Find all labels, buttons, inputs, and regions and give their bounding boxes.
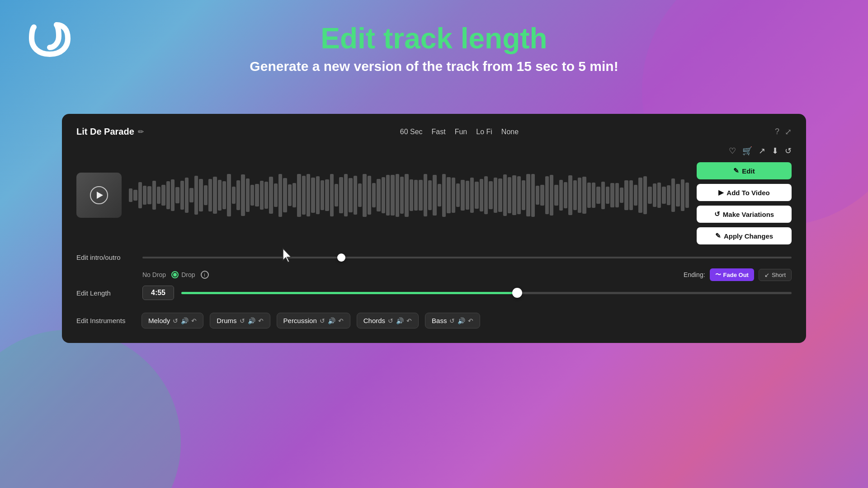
waveform-bar	[424, 174, 427, 217]
waveform-bar	[368, 176, 371, 215]
waveform-bar	[442, 174, 446, 217]
track-tags: 60 Sec Fast Fun Lo Fi None	[400, 128, 519, 136]
waveform-bar	[185, 178, 189, 212]
apply-changes-label: Apply Changes	[724, 232, 773, 240]
play-button[interactable]	[90, 186, 108, 204]
bg-decoration-bottom-left	[0, 330, 181, 488]
waveform-bar	[246, 178, 250, 212]
waveform-bar	[292, 183, 296, 207]
drums-label: Drums	[217, 317, 236, 324]
waveform-bar	[204, 185, 208, 205]
ending-area: Ending: 〜 Fade Out ↙ Short	[684, 268, 792, 281]
tag-duration: 60 Sec	[400, 128, 423, 136]
bass-volume-icon[interactable]: 🔊	[458, 317, 465, 324]
melody-refresh-icon[interactable]: ↺	[173, 317, 178, 324]
length-slider-thumb[interactable]	[512, 288, 522, 298]
ending-label: Ending:	[684, 271, 705, 278]
waveform-bar	[508, 177, 511, 213]
edit-name-icon[interactable]: ✏	[138, 127, 144, 136]
tag-mood: Fun	[455, 128, 467, 136]
melody-volume-icon[interactable]: 🔊	[181, 317, 189, 324]
drums-refresh-icon[interactable]: ↺	[240, 317, 245, 324]
drums-reset-icon[interactable]: ↶	[258, 317, 264, 324]
waveform-bar	[592, 183, 595, 208]
waveform-bar	[433, 175, 436, 216]
intro-slider-thumb[interactable]	[337, 253, 345, 262]
waveform-bar	[419, 180, 422, 210]
chords-refresh-icon[interactable]: ↺	[388, 317, 393, 324]
drums-volume-icon[interactable]: 🔊	[248, 317, 255, 324]
chords-reset-icon[interactable]: ↶	[406, 317, 412, 324]
waveform-bar	[297, 174, 301, 217]
waveform-bar	[550, 175, 553, 215]
instrument-bass: Bass ↺ 🔊 ↶	[425, 313, 480, 328]
waveform-bar	[175, 187, 179, 204]
chords-volume-icon[interactable]: 🔊	[396, 317, 404, 324]
waveform-bar	[629, 180, 633, 211]
waveform-bar	[428, 180, 432, 210]
waveform-bar	[573, 180, 577, 210]
edit-button[interactable]: ✎ Edit	[697, 162, 792, 179]
edit-length-row: Edit Length 4:55	[76, 286, 792, 300]
waveform-bar	[536, 186, 539, 205]
add-to-video-button[interactable]: ▶ Add To Video	[697, 184, 792, 201]
percussion-label: Percussion	[283, 317, 317, 324]
waveform-bar	[545, 176, 549, 214]
refresh-button[interactable]: ↺	[785, 146, 792, 156]
drop-info-icon[interactable]: i	[201, 271, 209, 279]
length-value[interactable]: 4:55	[142, 286, 174, 300]
waveform-bar	[349, 178, 352, 212]
waveform-bar	[601, 182, 605, 209]
drop-radio[interactable]	[171, 271, 179, 278]
bass-refresh-icon[interactable]: ↺	[449, 317, 455, 324]
melody-label: Melody	[148, 317, 170, 324]
waveform-bar	[676, 184, 679, 206]
instrument-percussion: Percussion ↺ 🔊 ↶	[277, 313, 350, 328]
waveform-bar	[531, 174, 535, 217]
edit-instruments-row: Edit Instruments Melody ↺ 🔊 ↶ Drums ↺ 🔊 …	[76, 313, 792, 328]
intro-slider-track[interactable]	[142, 257, 792, 258]
waveform-bar	[681, 179, 684, 211]
waveform-bar	[634, 185, 637, 206]
waveform-bar	[624, 180, 628, 210]
waveform-bar	[321, 180, 324, 210]
waveform-bar	[250, 185, 254, 206]
waveform-bar	[522, 180, 525, 210]
waveform-bar	[452, 178, 455, 212]
percussion-volume-icon[interactable]: 🔊	[328, 317, 335, 324]
waveform-bar	[325, 179, 329, 211]
chords-label: Chords	[363, 317, 385, 324]
melody-reset-icon[interactable]: ↶	[191, 317, 197, 324]
waveform-bar	[554, 185, 558, 206]
drop-radio-group: Drop	[171, 271, 195, 278]
percussion-reset-icon[interactable]: ↶	[338, 317, 344, 324]
expand-icon[interactable]: ⤢	[785, 127, 792, 137]
card-header: Lit De Parade ✏ 60 Sec Fast Fun Lo Fi No…	[76, 127, 792, 137]
play-icon	[97, 192, 103, 199]
waveform-bar	[643, 176, 647, 214]
cart-button[interactable]: 🛒	[742, 146, 752, 156]
waveform-bar	[582, 177, 586, 214]
apply-icon: ✎	[715, 232, 721, 240]
waveform-bar	[335, 184, 338, 206]
like-button[interactable]: ♡	[729, 146, 736, 156]
short-button[interactable]: ↙ Short	[759, 269, 792, 281]
instrument-drums: Drums ↺ 🔊 ↶	[210, 313, 270, 328]
share-button[interactable]: ↗	[759, 146, 765, 156]
bass-reset-icon[interactable]: ↶	[468, 317, 473, 324]
waveform-bar	[461, 180, 464, 211]
waveform-bar	[358, 183, 362, 207]
tag-style: Lo Fi	[476, 128, 492, 136]
help-icon[interactable]: ?	[775, 127, 779, 136]
make-variations-button[interactable]: ↺ Make Variations	[697, 206, 792, 223]
download-button[interactable]: ⬇	[772, 146, 778, 156]
waveform-bar	[264, 182, 268, 209]
waveform-bar	[438, 184, 441, 206]
waveform-bar	[199, 179, 203, 211]
apply-changes-button[interactable]: ✎ Apply Changes	[697, 227, 792, 244]
percussion-refresh-icon[interactable]: ↺	[320, 317, 325, 324]
variations-icon: ↺	[714, 210, 720, 218]
track-name: Lit De Parade	[76, 127, 134, 137]
length-slider-track[interactable]	[181, 292, 792, 294]
fade-out-button[interactable]: 〜 Fade Out	[710, 268, 754, 281]
